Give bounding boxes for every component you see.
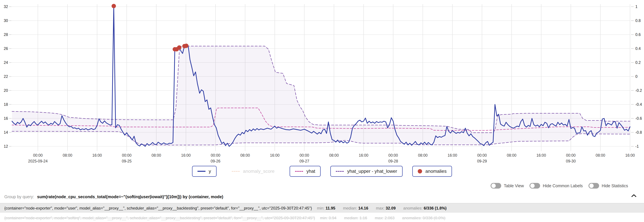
svg-text:16:00: 16:00	[536, 153, 546, 158]
query-label: Group by query:	[4, 194, 34, 199]
anomalies-stat: anomalies: 6/336 (1.8%)	[403, 206, 446, 210]
svg-text:32: 32	[4, 4, 8, 9]
svg-text:-0.8: -0.8	[635, 130, 642, 134]
legend-item-anomalies[interactable]: anomalies	[412, 166, 452, 177]
svg-text:00:00: 00:00	[388, 153, 398, 158]
svg-text:30: 30	[4, 18, 8, 23]
svg-text:16:00: 16:00	[181, 153, 191, 158]
table-view-toggle[interactable]: Table View	[490, 183, 524, 188]
svg-text:09-25: 09-25	[122, 159, 132, 163]
anomaly-detection-panel: { "chart_data": { "type": "line", "title…	[0, 0, 644, 222]
max-stat: max: 2.063	[375, 216, 395, 220]
svg-text:00:00: 00:00	[566, 153, 576, 158]
svg-text:08:00: 08:00	[596, 153, 605, 158]
svg-text:14: 14	[4, 130, 8, 134]
svg-text:28: 28	[4, 32, 8, 37]
legend-label: yhat	[306, 168, 315, 174]
legend-item-yhat[interactable]: yhat	[290, 166, 321, 177]
min-stat: min: 11.95	[317, 206, 335, 210]
svg-text:16:00: 16:00	[270, 153, 280, 158]
svg-text:-1: -1	[635, 144, 639, 148]
hide-common-labels-switch[interactable]	[530, 183, 540, 188]
chevron-up-icon[interactable]	[631, 194, 637, 198]
max-stat: max: 32.09	[376, 206, 396, 210]
group-by-query-row: Group by query: sum(rate(node_cpu_second…	[0, 193, 644, 201]
svg-text:1: 1	[635, 4, 638, 9]
svg-text:26: 26	[4, 46, 8, 51]
series-labels: {container="node-exporter", mode="user",…	[4, 206, 312, 210]
svg-text:00:00: 00:00	[33, 153, 43, 158]
svg-text:16:00: 16:00	[359, 153, 368, 158]
svg-text:09-29: 09-29	[477, 159, 487, 163]
svg-text:18: 18	[4, 102, 8, 106]
legend-label: anomaly_score	[243, 168, 274, 174]
svg-text:-0.2: -0.2	[635, 88, 642, 92]
median-stat: median: 1.16	[344, 216, 367, 220]
svg-text:20: 20	[4, 88, 8, 92]
anomalies-stat: anomalies: 0/336 (0.0%)	[402, 216, 445, 220]
anomaly-dots	[112, 4, 188, 52]
legend-item-y[interactable]: y	[192, 166, 216, 177]
svg-text:12: 12	[4, 144, 8, 148]
svg-text:08:00: 08:00	[152, 153, 161, 158]
svg-text:0: 0	[635, 74, 638, 79]
svg-text:-0.4: -0.4	[635, 102, 642, 106]
anomalies-dot-swatch	[418, 169, 422, 174]
svg-text:08:00: 08:00	[418, 153, 428, 158]
svg-text:08:00: 08:00	[240, 153, 250, 158]
svg-text:22: 22	[4, 74, 8, 79]
svg-text:00:00: 00:00	[477, 153, 487, 158]
svg-text:0.2: 0.2	[635, 60, 641, 65]
svg-text:0.4: 0.4	[635, 46, 641, 51]
legend-label: yhat_upper - yhat_lower	[347, 168, 397, 174]
svg-text:00:00: 00:00	[300, 153, 309, 158]
chart-legend: y anomaly_score yhat yhat_upper - yhat_l…	[0, 165, 644, 178]
legend-label: y	[209, 168, 211, 174]
hide-statistics-label: Hide Statistics	[602, 184, 628, 188]
svg-text:16: 16	[4, 116, 8, 120]
query-text: sum(rate(node_cpu_seconds_total{mode=~"(…	[37, 194, 223, 199]
svg-text:16:00: 16:00	[625, 153, 635, 158]
series-stats-row-softirq[interactable]: {container="node-exporter", mode="softir…	[0, 213, 644, 222]
svg-text:00:00: 00:00	[211, 153, 220, 158]
svg-text:-0.6: -0.6	[635, 116, 642, 120]
svg-text:08:00: 08:00	[329, 153, 339, 158]
svg-text:08:00: 08:00	[63, 153, 72, 158]
yhat-band-swatch	[336, 171, 344, 172]
svg-text:08:00: 08:00	[507, 153, 516, 158]
confidence-band-fill	[12, 46, 630, 145]
svg-text:24: 24	[4, 60, 8, 65]
svg-text:00:00: 00:00	[122, 153, 132, 158]
median-stat: median: 14.16	[343, 206, 368, 210]
yhat-line-swatch	[295, 171, 303, 172]
svg-text:0.6: 0.6	[635, 32, 641, 37]
svg-text:0.8: 0.8	[635, 18, 641, 23]
view-toggles: Table View Hide Common Labels Hide Stati…	[0, 182, 644, 190]
table-view-switch[interactable]	[490, 183, 501, 188]
hide-statistics-toggle[interactable]: Hide Statistics	[588, 183, 628, 188]
series-labels: {container="node-exporter", mode="softir…	[4, 216, 315, 220]
hide-common-labels-toggle[interactable]: Hide Common Labels	[530, 183, 583, 188]
min-stat: min: 0.94	[320, 216, 336, 220]
svg-text:2025-09-24: 2025-09-24	[28, 159, 48, 163]
timeseries-chart[interactable]: 321300.8280.6260.4240.222020-0.218-0.416…	[0, 0, 644, 164]
svg-text:09-26: 09-26	[210, 159, 220, 163]
series-stats-row-user[interactable]: {container="node-exporter", mode="user",…	[0, 203, 644, 213]
hide-statistics-switch[interactable]	[588, 183, 599, 188]
legend-item-anomaly-score[interactable]: anomaly_score	[226, 166, 280, 177]
y-line-swatch	[198, 171, 206, 172]
svg-text:09-28: 09-28	[388, 159, 398, 163]
svg-text:16:00: 16:00	[448, 153, 457, 158]
legend-label: anomalies	[426, 168, 447, 174]
svg-text:09-30: 09-30	[566, 159, 576, 163]
svg-text:16:00: 16:00	[92, 153, 102, 158]
hide-common-labels-label: Hide Common Labels	[543, 184, 583, 188]
table-view-label: Table View	[504, 184, 524, 188]
svg-text:09-27: 09-27	[300, 159, 309, 163]
legend-item-yhat-band[interactable]: yhat_upper - yhat_lower	[330, 166, 402, 177]
anomaly-score-line-swatch	[232, 171, 240, 172]
